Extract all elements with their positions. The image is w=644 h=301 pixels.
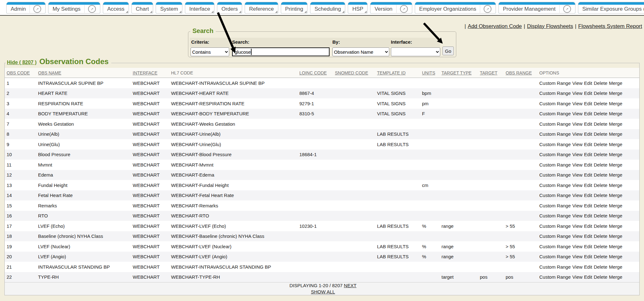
row-action-delete[interactable]: Delete — [594, 183, 607, 188]
row-action-delete[interactable]: Delete — [594, 233, 607, 239]
row-action-view[interactable]: View — [572, 172, 582, 178]
row-action-merge[interactable]: Merge — [609, 213, 623, 218]
tab-my-settings[interactable]: My Settings↗ — [48, 2, 100, 14]
row-action-view[interactable]: View — [572, 264, 582, 270]
row-action-view[interactable]: View — [572, 233, 582, 239]
col-header-template-id[interactable]: TEMPLATE ID — [375, 68, 420, 78]
row-action-view[interactable]: View — [572, 121, 582, 127]
col-header-snomed-code[interactable]: SNOMED CODE — [333, 68, 375, 78]
row-action-merge[interactable]: Merge — [609, 244, 623, 249]
external-link-icon[interactable]: ↗ — [84, 5, 96, 13]
tab-interface[interactable]: Interface — [185, 2, 214, 14]
row-action-delete[interactable]: Delete — [594, 121, 607, 127]
tab-admin[interactable]: Admin↗ — [6, 2, 46, 14]
row-action-view[interactable]: View — [572, 80, 582, 86]
row-action-custom-range[interactable]: Custom Range — [539, 162, 571, 167]
row-action-delete[interactable]: Delete — [594, 213, 607, 218]
row-action-custom-range[interactable]: Custom Range — [539, 121, 571, 127]
row-action-delete[interactable]: Delete — [594, 90, 607, 96]
row-action-custom-range[interactable]: Custom Range — [539, 80, 571, 86]
row-action-delete[interactable]: Delete — [594, 162, 607, 167]
col-header-units[interactable]: UNITS — [420, 68, 440, 78]
by-select[interactable]: Observation Name — [332, 47, 389, 56]
row-action-custom-range[interactable]: Custom Range — [539, 183, 571, 188]
tab-orders[interactable]: Orders — [217, 2, 242, 14]
search-input[interactable] — [232, 47, 330, 56]
row-action-edit[interactable]: Edit — [584, 233, 592, 239]
row-action-edit[interactable]: Edit — [584, 131, 592, 137]
row-action-delete[interactable]: Delete — [594, 223, 607, 229]
tab-provider-management[interactable]: Provider Management↗ — [498, 2, 575, 14]
row-action-view[interactable]: View — [572, 254, 582, 259]
tab-hsp[interactable]: HSP — [348, 2, 368, 14]
row-action-merge[interactable]: Merge — [609, 142, 623, 147]
row-action-edit[interactable]: Edit — [584, 142, 592, 147]
row-action-merge[interactable]: Merge — [609, 111, 623, 116]
row-action-view[interactable]: View — [572, 183, 582, 188]
row-action-delete[interactable]: Delete — [594, 244, 607, 249]
interface-select[interactable] — [391, 47, 440, 56]
row-action-merge[interactable]: Merge — [609, 233, 623, 239]
row-action-merge[interactable]: Merge — [609, 90, 623, 96]
row-action-delete[interactable]: Delete — [594, 142, 607, 147]
row-action-view[interactable]: View — [572, 193, 582, 198]
criteria-select[interactable]: Contains — [191, 47, 229, 56]
row-action-view[interactable]: View — [572, 142, 582, 147]
row-action-merge[interactable]: Merge — [609, 203, 623, 208]
row-action-custom-range[interactable]: Custom Range — [539, 131, 571, 137]
row-action-edit[interactable]: Edit — [584, 274, 592, 280]
tab-printing[interactable]: Printing — [281, 2, 308, 14]
col-header-obs-name[interactable]: OBS NAME — [36, 68, 131, 78]
row-action-merge[interactable]: Merge — [609, 101, 623, 106]
row-action-edit[interactable]: Edit — [584, 152, 592, 157]
row-action-view[interactable]: View — [572, 111, 582, 116]
row-action-view[interactable]: View — [572, 162, 582, 167]
row-action-view[interactable]: View — [572, 203, 582, 208]
row-action-view[interactable]: View — [572, 274, 582, 280]
row-action-edit[interactable]: Edit — [584, 203, 592, 208]
row-action-custom-range[interactable]: Custom Range — [539, 233, 571, 239]
row-action-merge[interactable]: Merge — [609, 193, 623, 198]
row-action-delete[interactable]: Delete — [594, 254, 607, 259]
row-action-edit[interactable]: Edit — [584, 183, 592, 188]
row-action-custom-range[interactable]: Custom Range — [539, 172, 571, 178]
row-action-edit[interactable]: Edit — [584, 264, 592, 270]
row-action-delete[interactable]: Delete — [594, 193, 607, 198]
show-all-link[interactable]: SHOW ALL — [311, 289, 335, 294]
row-action-edit[interactable]: Edit — [584, 162, 592, 167]
row-action-view[interactable]: View — [572, 152, 582, 157]
header-link-display-flowsheets[interactable]: Display Flowsheets — [527, 23, 573, 29]
header-link-flowsheets-system-report[interactable]: Flowsheets System Report — [578, 23, 642, 29]
external-link-icon[interactable]: ↗ — [559, 5, 571, 13]
row-action-custom-range[interactable]: Custom Range — [539, 264, 571, 270]
header-link-add-observation-code[interactable]: Add Observation Code — [468, 23, 522, 29]
external-link-icon[interactable]: ↗ — [480, 5, 491, 13]
row-action-merge[interactable]: Merge — [609, 172, 623, 178]
col-header-target[interactable]: TARGET — [478, 68, 504, 78]
row-action-edit[interactable]: Edit — [584, 90, 592, 96]
go-button[interactable]: Go — [442, 47, 454, 55]
row-action-custom-range[interactable]: Custom Range — [539, 254, 571, 259]
row-action-merge[interactable]: Merge — [609, 162, 623, 167]
row-action-custom-range[interactable]: Custom Range — [539, 213, 571, 218]
row-action-edit[interactable]: Edit — [584, 193, 592, 198]
tab-scheduling[interactable]: Scheduling — [310, 2, 345, 14]
row-action-merge[interactable]: Merge — [609, 131, 623, 137]
row-action-custom-range[interactable]: Custom Range — [539, 111, 571, 116]
row-action-merge[interactable]: Merge — [609, 121, 623, 127]
row-action-custom-range[interactable]: Custom Range — [539, 193, 571, 198]
row-action-merge[interactable]: Merge — [609, 183, 623, 188]
row-action-delete[interactable]: Delete — [594, 111, 607, 116]
row-action-custom-range[interactable]: Custom Range — [539, 203, 571, 208]
row-action-delete[interactable]: Delete — [594, 264, 607, 270]
row-action-custom-range[interactable]: Custom Range — [539, 101, 571, 106]
tab-version[interactable]: Version↗ — [370, 2, 412, 14]
col-header-target-type[interactable]: TARGET TYPE — [440, 68, 478, 78]
row-action-merge[interactable]: Merge — [609, 152, 623, 157]
external-link-icon[interactable]: ↗ — [396, 5, 408, 13]
col-header-obs-code[interactable]: OBS CODE — [5, 68, 36, 78]
row-action-custom-range[interactable]: Custom Range — [539, 244, 571, 249]
row-action-edit[interactable]: Edit — [584, 254, 592, 259]
col-header-loinc-code[interactable]: LOINC CODE — [297, 68, 333, 78]
row-action-delete[interactable]: Delete — [594, 274, 607, 280]
